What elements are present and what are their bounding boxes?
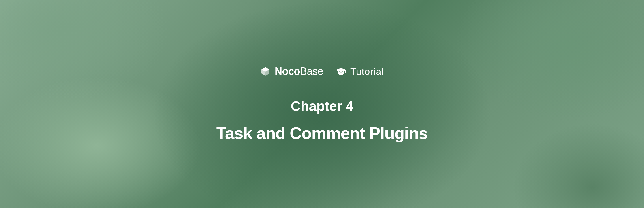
tutorial-badge: Tutorial [336, 66, 384, 77]
graduation-cap-icon [336, 66, 346, 77]
tutorial-label: Tutorial [350, 66, 384, 77]
brand-name-light: Base [300, 65, 323, 77]
chapter-title: Task and Comment Plugins [216, 123, 428, 143]
brand-name-bold: Noco [275, 65, 300, 77]
brand-logo-group: NocoBase [260, 65, 323, 77]
hero-banner: NocoBase Tutorial Chapter 4 Task and Com… [0, 0, 644, 208]
brand-name: NocoBase [275, 65, 323, 77]
chapter-label: Chapter 4 [291, 98, 353, 114]
cube-icon [260, 66, 271, 77]
brand-row: NocoBase Tutorial [260, 65, 384, 77]
svg-rect-0 [345, 70, 346, 73]
